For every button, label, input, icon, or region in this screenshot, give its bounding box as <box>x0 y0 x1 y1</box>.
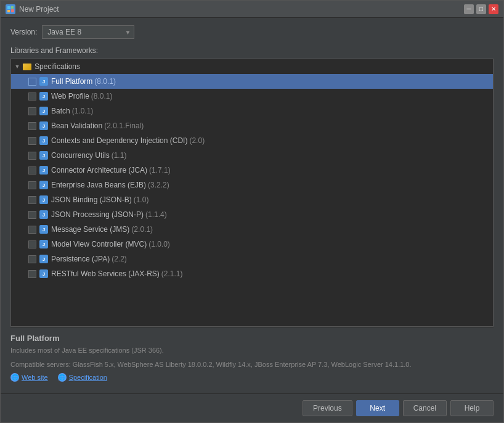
expand-icon: ▼ <box>14 63 21 70</box>
svg-text:J: J <box>43 168 45 173</box>
tree-row[interactable]: J Message Service (JMS) (2.0.1) <box>11 222 493 237</box>
item-name: Enterprise Java Beans (EJB) <box>51 181 146 189</box>
item-checkbox[interactable] <box>28 92 36 101</box>
specifications-group[interactable]: ▼ Specifications <box>11 59 493 74</box>
description-links: 🌐 Web site 🌐 Specification <box>10 373 494 382</box>
group-label: Specifications <box>35 62 80 71</box>
tree-row[interactable]: J Enterprise Java Beans (EJB) (3.2.2) <box>11 178 493 192</box>
lib-icon: J <box>39 121 49 131</box>
item-checkbox[interactable] <box>28 226 36 234</box>
item-name: Connector Architecture (JCA) <box>51 166 147 175</box>
item-name: Message Service (JMS) <box>51 225 129 234</box>
specification-link-label: Specification <box>69 374 107 381</box>
item-checkbox[interactable] <box>28 255 36 263</box>
item-version: (3.2.2) <box>148 181 169 189</box>
item-name: Batch <box>51 107 70 115</box>
svg-text:J: J <box>43 271 45 277</box>
item-checkbox[interactable] <box>28 78 36 86</box>
item-checkbox[interactable] <box>28 270 36 278</box>
svg-text:J: J <box>43 94 45 99</box>
tree-row[interactable]: J Web Profile (8.0.1) <box>11 89 493 104</box>
globe-icon-2: 🌐 <box>58 373 67 382</box>
item-name: Concurrency Utils <box>51 151 110 160</box>
tree-row[interactable]: J JSON Binding (JSON-B) (1.0) <box>11 192 493 207</box>
previous-button[interactable]: Previous <box>303 400 352 416</box>
item-version: (2.0.1) <box>131 225 153 234</box>
tree-row[interactable]: J Model View Controller (MVC) (1.0.0) <box>11 237 493 252</box>
item-checkbox[interactable] <box>28 152 36 160</box>
tree-row[interactable]: J Full Platform (8.0.1) <box>11 74 493 89</box>
item-version: (2.1.1) <box>161 269 183 278</box>
item-version: (1.1.4) <box>145 210 167 219</box>
svg-rect-2 <box>7 10 10 12</box>
close-button[interactable]: ✕ <box>489 4 498 14</box>
tree-container[interactable]: ▼ Specifications J Full Platform (8.0.1) <box>10 59 494 327</box>
svg-text:J: J <box>43 257 45 262</box>
version-select-wrapper: Java EE 8 Java EE 7 Java EE 6 ▼ <box>42 25 134 39</box>
svg-rect-1 <box>11 6 14 9</box>
cancel-button[interactable]: Cancel <box>403 400 447 416</box>
item-version: (1.0.1) <box>72 107 94 115</box>
item-name: Persistence (JPA) <box>51 255 110 263</box>
minimize-button[interactable]: ─ <box>464 4 474 14</box>
help-button[interactable]: Help <box>450 400 494 416</box>
item-checkbox[interactable] <box>28 137 36 145</box>
lib-icon: J <box>39 210 49 220</box>
svg-text:J: J <box>43 153 45 158</box>
libraries-label: Libraries and Frameworks: <box>10 46 494 55</box>
item-version: (1.7.1) <box>149 166 171 175</box>
item-checkbox[interactable] <box>28 196 36 204</box>
lib-icon: J <box>39 106 49 116</box>
tree-row[interactable]: J Contexts and Dependency Injection (CDI… <box>11 133 493 148</box>
svg-text:J: J <box>43 212 45 218</box>
maximize-button[interactable]: □ <box>476 4 486 14</box>
svg-rect-3 <box>11 9 14 12</box>
tree-row[interactable]: J JSON Processing (JSON-P) (1.1.4) <box>11 207 493 222</box>
title-bar: New Project ─ □ ✕ <box>1 1 503 18</box>
item-version: (2.2) <box>112 255 127 263</box>
bottom-bar: Previous Next Cancel Help <box>1 393 503 422</box>
item-checkbox[interactable] <box>28 240 36 248</box>
item-version: (8.0.1) <box>91 92 113 101</box>
lib-icon: J <box>39 150 49 160</box>
version-select[interactable]: Java EE 8 Java EE 7 Java EE 6 <box>42 25 134 39</box>
lib-icon: J <box>39 165 49 175</box>
svg-text:J: J <box>43 183 45 188</box>
item-version: (2.0) <box>189 136 205 145</box>
svg-text:J: J <box>43 227 45 232</box>
tree-row[interactable]: J Bean Validation (2.0.1.Final) <box>11 118 493 133</box>
tree-row[interactable]: J Concurrency Utils (1.1) <box>11 148 493 163</box>
item-checkbox[interactable] <box>28 107 36 115</box>
svg-rect-0 <box>7 6 10 9</box>
item-checkbox[interactable] <box>28 166 36 175</box>
svg-text:J: J <box>43 123 45 129</box>
website-link-label: Web site <box>22 374 48 381</box>
website-link[interactable]: 🌐 Web site <box>10 373 48 382</box>
globe-icon: 🌐 <box>10 373 19 382</box>
item-checkbox[interactable] <box>28 122 36 130</box>
item-version: (1.1) <box>112 151 127 160</box>
description-panel: Full Platform Includes most of Java EE s… <box>10 327 494 388</box>
lib-icon: J <box>39 239 49 249</box>
item-name: Contexts and Dependency Injection (CDI) <box>51 136 187 145</box>
lib-icon: J <box>39 254 49 264</box>
item-name: Web Profile <box>51 92 89 101</box>
next-button[interactable]: Next <box>356 400 399 416</box>
svg-text:J: J <box>43 138 45 144</box>
version-label: Version: <box>10 28 37 36</box>
item-name: RESTful Web Services (JAX-RS) <box>51 269 160 278</box>
tree-row[interactable]: J RESTful Web Services (JAX-RS) (2.1.1) <box>11 266 493 281</box>
folder-icon <box>22 62 32 72</box>
tree-row[interactable]: J Batch (1.0.1) <box>11 104 493 118</box>
specification-link[interactable]: 🌐 Specification <box>58 373 107 382</box>
window-controls: ─ □ ✕ <box>464 4 498 14</box>
window-title: New Project <box>19 5 464 14</box>
description-title: Full Platform <box>10 334 494 343</box>
item-checkbox[interactable] <box>28 181 36 189</box>
item-checkbox[interactable] <box>28 211 36 219</box>
description-text2: Compatible servers: GlassFish 5.x, WebSp… <box>10 359 494 370</box>
item-name: JSON Binding (JSON-B) <box>51 195 132 204</box>
tree-row[interactable]: J Persistence (JPA) (2.2) <box>11 252 493 266</box>
tree-row[interactable]: J Connector Architecture (JCA) (1.7.1) <box>11 163 493 178</box>
lib-icon: J <box>39 195 49 205</box>
